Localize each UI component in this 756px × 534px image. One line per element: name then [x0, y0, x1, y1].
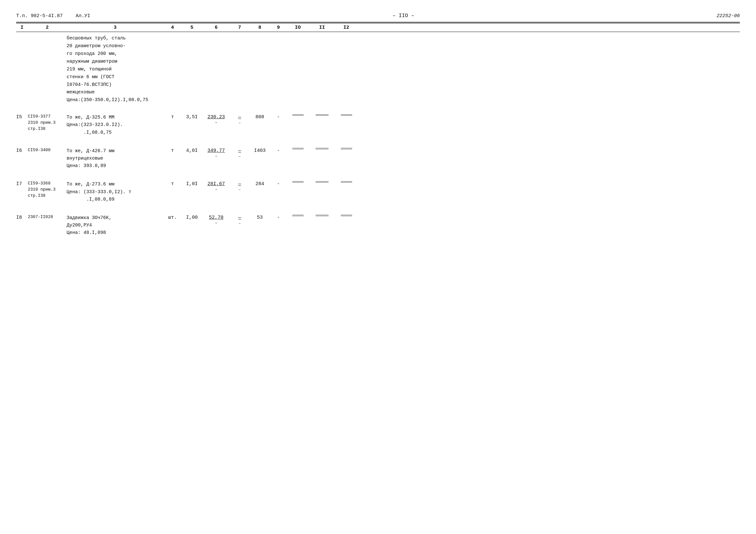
row-unit-16: т [164, 147, 181, 153]
row-num-18: I8 [16, 214, 28, 220]
top-border [16, 22, 740, 23]
row-col11-18 [309, 214, 335, 216]
row-col7-16: — – [230, 147, 249, 159]
data-section: I5 СI59-33772310 прим.3стр.I38 То же, Д-… [16, 111, 740, 239]
col-header-2: 2 [28, 25, 67, 30]
row-col9-16: - [270, 147, 286, 153]
col-header-10: IO [286, 25, 309, 30]
page-number: – IIO – [392, 13, 414, 19]
row-col10-15 [286, 114, 309, 116]
row-col10-16 [286, 147, 309, 149]
row-col9-18: - [270, 214, 286, 220]
col-header-8: 8 [249, 25, 270, 30]
row-col12-17 [335, 181, 358, 183]
row-desc-17: То же, Д-273.6 мм Цена: (333-333.0,I2). … [67, 181, 164, 203]
row-col6-16: 349,77 – [202, 147, 230, 159]
row-col8-18: 53 [249, 214, 270, 220]
row-col12-15 [335, 114, 358, 116]
row-code-17: СI59-33682310 прим.3стр.I38 [28, 181, 67, 199]
col-header-1: I [16, 25, 28, 30]
table-row: I8 2307-II028 Задвижка ЗОч76К, Ду200,РУ4… [16, 212, 740, 240]
col-header-4: 4 [164, 25, 181, 30]
row-code-18: 2307-II028 [28, 214, 67, 220]
col-header-7: 7 [230, 25, 249, 30]
row-col6-17: 28I,67 – [202, 181, 230, 192]
row-col10-17 [286, 181, 309, 183]
row-desc-16: То же, Д-426.7 мм внутрицеховые Цена: 39… [67, 147, 164, 170]
col-header-9: 9 [270, 25, 286, 30]
row-col7-18: — – [230, 214, 249, 226]
row-desc-15: То же, Д-325.6 ММ Цена:(323-323.0.I2). .… [67, 114, 164, 136]
row-col11-16 [309, 147, 335, 149]
row-col12-18 [335, 214, 358, 216]
doc-code: 22252-06 [716, 13, 740, 19]
row-col11-17 [309, 181, 335, 183]
col-header-5: 5 [181, 25, 202, 30]
row-col8-17: 284 [249, 181, 270, 187]
row-unit-15: т [164, 114, 181, 120]
row-col9-17: - [270, 181, 286, 187]
intro-row: бесшовных труб, сталь 20 диаметром услов… [16, 32, 740, 107]
doc-section: Ал.УI [76, 13, 90, 19]
row-col8-16: I403 [249, 147, 270, 153]
intro-description: бесшовных труб, сталь 20 диаметром услов… [67, 35, 164, 104]
row-col8-15: 808 [249, 114, 270, 120]
row-unit-17: т [164, 181, 181, 187]
row-col5-15: 3,5I [181, 114, 202, 120]
row-num-16: I6 [16, 147, 28, 153]
row-code-16: СI59-3400 [28, 147, 67, 153]
row-col7-17: — – [230, 181, 249, 192]
row-col12-16 [335, 147, 358, 149]
row-desc-18: Задвижка ЗОч76К, Ду200,РУ4 Цена: 48.I,09… [67, 214, 164, 237]
row-col6-18: 52,70 – [202, 214, 230, 226]
column-headers: I 2 3 4 5 6 7 8 9 IO II I2 [16, 23, 740, 32]
page-header: Т.п. 902-5-4I.87 Ал.УI – IIO – 22252-06 [16, 13, 740, 19]
table-row: I5 СI59-33772310 прим.3стр.I38 То же, Д-… [16, 111, 740, 139]
col-header-12: I2 [335, 25, 358, 30]
row-col7-15: — – [230, 114, 249, 125]
col-header-11: II [309, 25, 335, 30]
col-header-3: 3 [67, 25, 164, 30]
col-header-6: 6 [202, 25, 230, 30]
row-num-17: I7 [16, 181, 28, 187]
doc-number: Т.п. 902-5-4I.87 [16, 13, 63, 19]
row-col9-15: - [270, 114, 286, 120]
row-col5-17: I,0I [181, 181, 202, 187]
row-col11-15 [309, 114, 335, 116]
table-row: I6 СI59-3400 То же, Д-426.7 мм внутрицех… [16, 145, 740, 172]
row-unit-18: шт. [164, 214, 181, 220]
intro-price: Цена:(350-350.0,I2).I,08.0,75 [67, 97, 148, 102]
row-code-15: СI59-33772310 прим.3стр.I38 [28, 114, 67, 132]
row-col10-18 [286, 214, 309, 216]
row-num-15: I5 [16, 114, 28, 120]
row-col5-16: 4,0I [181, 147, 202, 153]
row-col5-18: I,00 [181, 214, 202, 220]
table-row: I7 СI59-33682310 прим.3стр.I38 То же, Д-… [16, 178, 740, 206]
row-col6-15: 230,23 – [202, 114, 230, 125]
